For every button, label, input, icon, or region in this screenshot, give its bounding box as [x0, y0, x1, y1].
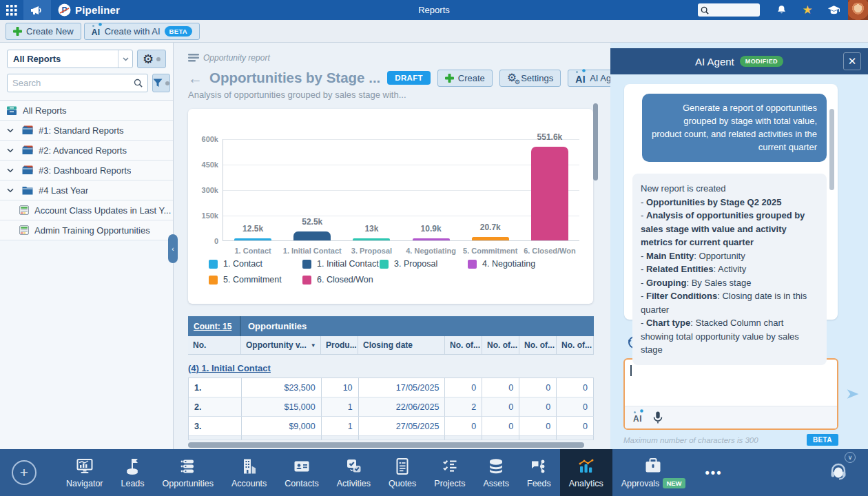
legend-item[interactable]: 1. Initial Contact	[302, 259, 380, 269]
ai-agent-button[interactable]: AI AI Agent	[568, 70, 610, 87]
column-header-6[interactable]: No. of...	[519, 336, 557, 354]
microphone-button[interactable]	[653, 411, 663, 424]
chevron-down-icon[interactable]	[7, 148, 17, 153]
favorites-button[interactable]: ★	[796, 0, 819, 20]
notifications-button[interactable]	[769, 0, 793, 20]
nav-item-quotes[interactable]: Quotes	[380, 449, 425, 496]
nav-item-leads[interactable]: Leads	[112, 449, 154, 496]
nav-item-contacts[interactable]: Contacts	[276, 449, 327, 496]
nav-item-opportunities[interactable]: Opportunities	[154, 449, 223, 496]
ai-prompt-input[interactable]: AI	[623, 358, 838, 430]
bar-6[interactable]	[531, 147, 568, 240]
settings-button[interactable]: ⚙ Settings	[499, 70, 561, 87]
nav-item-accounts[interactable]: Accounts	[223, 449, 276, 496]
y-axis-tick-label: 600k	[202, 135, 218, 143]
column-header-5[interactable]: No. of...	[482, 336, 519, 354]
bar-5[interactable]	[472, 237, 509, 240]
sidebar-item-2-advanced-reports[interactable]: #2: Advanced Reports	[0, 141, 173, 161]
sidebar-search[interactable]	[7, 74, 148, 92]
nav-item-label: Quotes	[389, 479, 416, 488]
table-count-link[interactable]: Count: 15	[188, 316, 241, 336]
archive-icon	[6, 105, 17, 116]
table-row[interactable]: 2.$15,000122/06/20252000	[189, 397, 594, 417]
chevron-down-icon[interactable]	[7, 188, 17, 193]
quick-add-button[interactable]: +	[12, 460, 37, 485]
checklist-icon	[441, 457, 459, 475]
ai-icon[interactable]: AI	[633, 412, 642, 423]
close-button[interactable]: ✕	[843, 52, 861, 70]
bar-4[interactable]	[413, 238, 450, 240]
breadcrumb: Opportunity report	[188, 52, 610, 63]
table-group-link[interactable]: (4) 1. Initial Contact	[188, 363, 610, 373]
nav-item-feeds[interactable]: Feeds	[518, 449, 560, 496]
sidebar-item-admin-training-opportunities[interactable]: Admin Training Opportunities	[0, 220, 173, 240]
training-button[interactable]	[822, 0, 845, 20]
bar-2[interactable]	[293, 231, 331, 240]
chart-legend: 1. Contact1. Initial Contact3. Proposal4…	[209, 259, 535, 285]
bar-group: 10.9k4. Negotiating	[402, 139, 461, 240]
horizontal-scrollbar[interactable]	[188, 442, 584, 448]
sidebar-item-3-dashboard-reports[interactable]: #3: Dashboard Reports	[0, 161, 173, 180]
nav-item-activities[interactable]: Activities	[328, 449, 380, 496]
sidebar-settings-button[interactable]: ⚙	[137, 50, 166, 68]
nav-item-assets[interactable]: Assets	[474, 449, 518, 496]
create-with-ai-button[interactable]: AI Create with AI BETA	[84, 23, 200, 40]
sidebar-item-1-standard-reports[interactable]: #1: Standard Reports	[0, 121, 173, 141]
vertical-scrollbar[interactable]	[593, 103, 598, 180]
app-launcher-button[interactable]	[0, 0, 23, 20]
column-header-1[interactable]: Opportunity v...▼	[241, 336, 321, 354]
sidebar-item-account-class-updates-in-last-y[interactable]: Account Class Updates in Last Y...	[0, 200, 173, 220]
reports-filter-select[interactable]: All Reports	[7, 50, 133, 68]
chevron-down-icon[interactable]	[7, 128, 17, 133]
x-axis-tick-label: 1. Initial Contact	[283, 247, 342, 255]
global-search[interactable]	[698, 3, 760, 17]
legend-label: 5. Commitment	[223, 275, 282, 285]
announcements-button[interactable]	[23, 0, 51, 20]
gear-icon: ⚙	[143, 53, 154, 65]
chat-scrollbar[interactable]	[829, 109, 834, 190]
legend-item[interactable]: 6. Closed/Won	[302, 275, 380, 285]
chevron-down-icon[interactable]	[7, 168, 17, 173]
pipeliner-logo[interactable]: P Pipeliner	[58, 3, 120, 17]
column-header-3[interactable]: Closing date	[358, 336, 445, 354]
x-axis-tick-label: 3. Proposal	[351, 247, 392, 255]
sidebar-collapse-handle[interactable]: ‹	[168, 234, 178, 263]
table-cell: 2.	[189, 397, 242, 417]
create-button[interactable]: Create	[437, 70, 493, 87]
legend-item[interactable]: 3. Proposal	[380, 259, 468, 269]
nav-item-approvals[interactable]: ApprovalsNEW	[612, 449, 694, 496]
more-menu-button[interactable]: •••	[694, 449, 734, 496]
column-header-7[interactable]: No. of...	[557, 336, 594, 354]
sidebar-item-all-reports[interactable]: All Reports	[0, 101, 173, 121]
beta-badge: BETA	[807, 434, 838, 446]
scrollbar-thumb[interactable]	[188, 442, 584, 448]
legend-item[interactable]: 5. Commitment	[209, 275, 302, 285]
column-header-4[interactable]: No. of...	[445, 336, 482, 354]
bar-group: 20.7k5. Commitment	[461, 139, 520, 240]
nav-item-analytics[interactable]: Analytics	[560, 449, 612, 496]
bar-3[interactable]	[353, 238, 390, 240]
ai-panel-header: AI Agent MODIFIED ✕	[610, 48, 868, 74]
create-new-button[interactable]: Create New	[6, 23, 81, 40]
nav-item-label: Navigator	[66, 479, 103, 488]
bar-1[interactable]	[234, 238, 271, 240]
legend-item[interactable]: 4. Negotiating	[468, 259, 535, 269]
support-button[interactable]	[828, 461, 849, 484]
column-header-2[interactable]: Produ...	[321, 336, 358, 354]
table-row[interactable]: 1.$23,5001017/05/20250000	[189, 378, 594, 397]
sidebar-item-4-last-year[interactable]: #4 Last Year	[0, 180, 173, 200]
back-button[interactable]: ←	[188, 71, 203, 85]
nav-item-projects[interactable]: Projects	[425, 449, 474, 496]
legend-swatch	[380, 260, 389, 269]
table-row[interactable]: 3.$9,000127/05/20250000	[189, 417, 594, 436]
user-avatar[interactable]	[848, 0, 868, 20]
legend-item[interactable]: 1. Contact	[209, 259, 302, 269]
global-search-input[interactable]	[711, 6, 755, 14]
nav-item-navigator[interactable]: Navigator	[57, 449, 112, 496]
sidebar-search-input[interactable]	[12, 78, 134, 88]
star-icon: ★	[802, 4, 812, 16]
legend-label: 6. Closed/Won	[317, 275, 373, 285]
column-header-0[interactable]: No.	[188, 336, 241, 354]
sidebar-filter-button[interactable]	[152, 74, 170, 92]
send-button[interactable]	[845, 387, 860, 401]
